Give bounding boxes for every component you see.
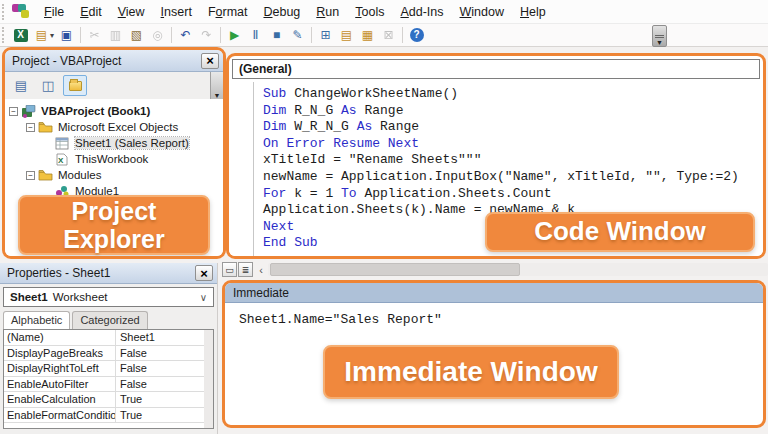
immediate-command-text: Sheet1.Name="Sales Report" [239,312,442,327]
menu-tools[interactable]: Tools [347,2,392,22]
insert-userform-icon[interactable]: ▤ [32,26,51,44]
horizontal-scrollbar-track[interactable] [268,263,768,276]
toolbar-separator [171,27,172,43]
property-name: DisplayRightToLeft [4,361,116,376]
property-value[interactable]: False [116,347,151,359]
menubar-grip-handle[interactable] [2,4,7,20]
property-row-name[interactable]: (Name)Sheet1 [4,330,213,346]
toolbar-separator [311,27,312,43]
property-value[interactable]: True [116,393,146,405]
menu-view[interactable]: View [110,2,153,22]
property-name: (Name) [4,330,116,345]
properties-close-button[interactable]: × [195,265,213,281]
properties-scrollbar[interactable] [204,330,213,428]
horizontal-scrollbar-thumb[interactable] [270,263,520,276]
collapse-expander-icon[interactable]: − [26,123,35,132]
redo-icon[interactable]: ↷ [197,26,216,44]
tab-categorized[interactable]: Categorized [72,311,147,329]
properties-window-icon[interactable]: ▤ [337,26,356,44]
scroll-down-arrow-icon[interactable]: ▼ [214,92,221,99]
menu-edit[interactable]: Edit [72,2,110,22]
paste-icon[interactable]: ▧ [127,26,146,44]
property-row-enableautofilter[interactable]: EnableAutoFilterFalse [4,377,213,393]
immediate-input[interactable]: Sheet1.Name="Sales Report" [225,303,763,327]
object-selector-dropdown[interactable]: Sheet1 Worksheet ∨ [3,287,214,307]
tree-item-label: Modules [58,169,101,181]
property-row-displaypagebreaks[interactable]: DisplayPageBreaksFalse [4,346,213,362]
menu-window[interactable]: Window [452,2,512,22]
project-close-button[interactable]: × [201,53,219,69]
toolbar-separator [402,27,403,43]
property-row-enablecalculation[interactable]: EnableCalculationTrue [4,392,213,408]
toolbox-icon[interactable]: ⊠ [379,26,398,44]
scroll-down-arrow-icon[interactable]: ▼ [656,39,663,46]
menu-debug[interactable]: Debug [255,2,308,22]
workbook-icon: X [55,153,71,166]
tab-alphabetic[interactable]: Alphabetic [3,311,70,329]
tree-item-vbaproject-book1[interactable]: −VBAProject (Book1) [9,103,221,119]
tree-item-microsoft-excel-objects[interactable]: −Microsoft Excel Objects [9,119,221,135]
code-vertical-scrollbar[interactable]: ▼ [652,25,667,47]
full-module-view-icon[interactable]: ≣ [238,262,253,277]
save-icon[interactable]: ▣ [57,26,76,44]
tree-item-sheet1-sales-report[interactable]: Sheet1 (Sales Report) [9,135,221,151]
cut-icon[interactable]: ✂ [85,26,104,44]
undo-icon[interactable]: ↶ [176,26,195,44]
project-toolbar: ▤◫ ▼ [5,72,223,99]
menu-file[interactable]: File [36,2,72,22]
menu-help[interactable]: Help [512,2,554,22]
toolbar-grip-handle[interactable] [2,27,7,43]
sheet-icon [55,137,71,150]
object-browser-icon[interactable]: ▦ [358,26,377,44]
toolbar-separator [220,27,221,43]
menu-insert[interactable]: Insert [153,2,200,22]
help-icon[interactable]: ? [407,26,426,44]
view-code-icon[interactable]: ▤ [9,75,33,96]
break-icon[interactable]: Ⅱ [246,26,265,44]
project-titlebar[interactable]: Project - VBAProject × [5,50,223,72]
project-explorer-icon[interactable]: ⊞ [316,26,335,44]
project-toolbar-icons: ▤◫ [9,75,90,96]
folder-icon [38,121,54,134]
property-row-displayrighttoleft[interactable]: DisplayRightToLeftFalse [4,361,213,377]
toolbar-items: X▤▾▣✂▥▧◎↶↷▶Ⅱ■✎⊞▤▦⊠? [10,26,427,44]
project-title: Project - VBAProject [12,54,201,68]
code-editor[interactable]: Sub ChangeWorkSheetName()Dim R_N_G As Ra… [229,82,763,258]
tree-item-thisworkbook[interactable]: XThisWorkbook [9,151,221,167]
code-line: On Error Resume Next [263,136,759,153]
menu-format[interactable]: Format [200,2,256,22]
property-value[interactable]: Sheet1 [116,331,159,343]
design-mode-icon[interactable]: ✎ [288,26,307,44]
tree-item-label: ThisWorkbook [75,153,148,165]
immediate-window-panel: Immediate Sheet1.Name="Sales Report" Imm… [222,280,766,428]
property-value[interactable]: True [116,409,146,421]
object-dropdown[interactable]: (General) [232,59,760,79]
property-value[interactable]: False [116,362,151,374]
dropdown-caret-icon[interactable]: ▾ [50,31,54,40]
collapse-expander-icon[interactable]: − [9,107,18,116]
properties-titlebar[interactable]: Properties - Sheet1 × [0,263,217,284]
toggle-folders-icon[interactable] [63,75,87,96]
collapse-expander-icon[interactable]: − [26,171,35,180]
property-name: EnableFormatConditions [4,408,116,423]
view-object-icon[interactable]: ◫ [36,75,60,96]
scroll-left-arrow-icon[interactable]: ‹ [254,263,268,277]
view-excel-icon[interactable]: X [11,26,30,44]
property-name: EnableAutoFilter [4,377,116,392]
menu-add-ins[interactable]: Add-Ins [392,2,451,22]
tree-item-modules[interactable]: −Modules [9,167,221,183]
folder-icon [69,81,82,91]
reset-icon[interactable]: ■ [267,26,286,44]
folder-icon [38,169,54,182]
find-icon[interactable]: ◎ [148,26,167,44]
immediate-titlebar[interactable]: Immediate [225,283,763,303]
code-horizontal-scrollbar-row: ▭ ≣ ‹ [222,261,768,278]
property-value[interactable]: False [116,378,151,390]
run-icon[interactable]: ▶ [225,26,244,44]
project-scrollbar[interactable]: ▼ [210,72,223,99]
copy-icon[interactable]: ▥ [106,26,125,44]
property-row-enableformatconditions[interactable]: EnableFormatConditionsTrue [4,408,213,424]
immediate-window-overlay-label: Immediate Window [323,345,619,399]
procedure-view-icon[interactable]: ▭ [222,262,237,277]
menu-run[interactable]: Run [308,2,347,22]
